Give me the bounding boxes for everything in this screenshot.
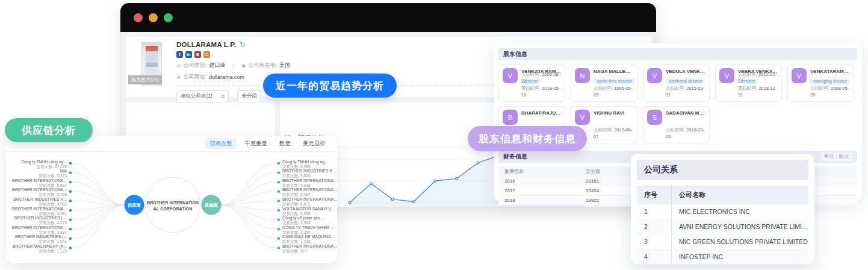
shareholder-finance-callout: 股东信息和财务信息 xyxy=(468,126,587,151)
shareholder-name: SADASIVAN MURALIKR... xyxy=(666,110,705,116)
buyer-name: Công ty cổ phần sản ... xyxy=(282,215,324,221)
svg-text:BROTHER INTERNATION: BROTHER INTERNATION xyxy=(147,200,199,206)
buyer-name: BROTHER INTERNATIONA... xyxy=(282,178,337,183)
shareholder-name: BHARATIRAJU VEGIRAJU xyxy=(521,110,561,116)
supply-chain-network-diagram: Công ty TNHH công ng...贸易次数: 37,678N/A贸易… xyxy=(6,136,337,263)
browser-title-bar xyxy=(120,3,656,32)
location-icon: ◉ xyxy=(241,63,246,69)
phone-icon[interactable]: ✆ xyxy=(203,51,210,58)
shareholder-card: V VENKATARAMANA MAG...managing director入… xyxy=(787,64,854,102)
shareholder-avatar: V xyxy=(719,68,734,83)
supplier-name: BROTHER INDUSTRIES R... xyxy=(13,197,67,201)
related-images-tag[interactable]: 相关图片(20) xyxy=(128,75,162,84)
product-image[interactable]: 相关图片(20) xyxy=(141,42,162,86)
shareholder-role-badge: managing director xyxy=(810,78,850,84)
screenshot-stage: 相关图片(20) DOLLARAMA L.P.↻ f in B ✆ ◎ 公司类型… xyxy=(0,0,868,270)
shareholder-avatar: V xyxy=(647,68,662,83)
calendar-icon: ⧉ xyxy=(221,93,225,100)
supplier-name: BROTHER INDUSTRIES (... xyxy=(15,234,67,239)
linkedin-icon[interactable]: in xyxy=(185,51,192,58)
similar-company-select[interactable]: 相似公司名(1) ⧉ xyxy=(176,90,229,102)
buyer-trade-count: 贸易次数: 577 xyxy=(282,249,307,254)
shareholder-card: V VEDULA VENKATA RAM...additional direct… xyxy=(643,64,710,102)
shareholder-card: S SADASIVAN MURALIKR...入职时间: 2016-10-06 xyxy=(643,106,710,143)
supplier-name: BROTHER INTERNATIONA... xyxy=(12,178,67,183)
supply-chain-callout: 供应链分析 xyxy=(5,118,93,142)
group-select[interactable]: 未分组 xyxy=(237,90,261,102)
shareholder-avatar: V xyxy=(792,68,807,83)
buyer-name: VOLTA MOTOR SANAYİ V... xyxy=(282,206,334,211)
maximize-window-icon[interactable] xyxy=(164,13,173,22)
relation-row[interactable]: 1MIC ELECTRONICS INC xyxy=(637,204,808,219)
shareholder-name: NAGA MALLESWARA R... xyxy=(594,68,633,74)
shareholder-dates: 入职时间: 2008-05-20 xyxy=(810,85,854,99)
svg-text:AL CORPORATION: AL CORPORATION xyxy=(153,206,193,212)
buyer-name: CÔNG TY TRáCH NHIệM ... xyxy=(282,225,334,230)
finance-col-header: 营业额 xyxy=(586,168,600,175)
refresh-icon[interactable]: ↻ xyxy=(240,41,245,48)
shareholder-dates: 入职时间: 2006-08-22离职时间: 2018-05-10 xyxy=(521,71,565,98)
shareholder-avatar: N xyxy=(575,68,590,83)
shareholder-dates: 入职时间: 2015-03-31 xyxy=(666,85,709,99)
supplier-trade-count: 贸易次数: 1,120 xyxy=(39,249,67,254)
trade-trend-callout: 近一年的贸易趋势分析 xyxy=(263,74,397,98)
blog-icon[interactable]: B xyxy=(194,51,201,58)
supplier-name: N/A xyxy=(60,169,67,173)
supply-tab-2[interactable]: 数量 xyxy=(275,138,295,149)
company-website-link[interactable]: dollarama.com xyxy=(209,74,244,80)
shareholder-dates: 入职时间: 2016-10-06 xyxy=(666,127,709,140)
svg-text:采购商: 采购商 xyxy=(204,202,218,208)
facebook-icon[interactable]: f xyxy=(176,51,183,58)
shareholder-name: VEDULA VENKATA RAM... xyxy=(666,68,705,74)
buyer-name: BROTHER INTERNATIONA... xyxy=(282,197,337,201)
relation-row[interactable]: 3MIC GREEN SOLUTIONS PRIVATE LIMITED xyxy=(637,234,808,250)
company-location-value: 美国 xyxy=(279,61,290,69)
buyer-name: BROTHER INTERNATIONA... xyxy=(282,187,337,192)
shareholder-name: VENKATARAMANA MAG... xyxy=(810,68,850,74)
shareholder-card: N NAGA MALLESWARA R...whole-time directo… xyxy=(571,64,637,102)
supplier-name: BROTHER INTERNATIONA... xyxy=(12,207,67,211)
shareholder-section-header: 股东信息 xyxy=(498,48,857,60)
relations-table-header: 序号 公司名称 xyxy=(637,186,808,204)
supplier-name: BROTHER MACHINERY (A... xyxy=(13,244,67,249)
shareholder-avatar: V xyxy=(503,68,518,83)
relation-row[interactable]: 2AVNI ENERGY SOLUTIONS PRIVATE LIMITED xyxy=(637,219,808,234)
company-type-value: 进口商 xyxy=(209,61,225,69)
buyer-name: CASA DIAZ DE MAQUINA... xyxy=(282,234,334,239)
shareholder-avatar: B xyxy=(503,110,518,125)
supply-chain-panel: Công ty TNHH công ng...贸易次数: 37,678N/A贸易… xyxy=(6,136,337,263)
supply-tab-1[interactable]: 千克重量 xyxy=(240,138,271,149)
shareholder-dates: 入职时间: 2012-02-27离职时间: 2018-12-31 xyxy=(738,71,781,98)
buyer-name: BROTHER INDUSTRIES R... xyxy=(282,169,336,173)
website-icon: ⊕ xyxy=(176,74,181,80)
supply-tab-0[interactable]: 贸易次数 xyxy=(205,138,237,149)
shareholder-card: V VENKATA RAM ATLURIdirector入职时间: 2006-0… xyxy=(498,64,565,102)
shareholder-avatar: V xyxy=(575,110,590,125)
buyer-name: BROTHER INTERNATIONA... xyxy=(282,244,337,248)
shareholder-card: V VEERA VENKATA SATYA...director入职时间: 20… xyxy=(715,64,782,102)
relations-table: 序号 公司名称 1MIC ELECTRONICS INC2AVNI ENERGY… xyxy=(637,186,808,265)
supplier-name: Công ty TNHH công ng... xyxy=(21,160,67,165)
shareholder-role-badge: additional director xyxy=(666,78,705,84)
relations-title: 公司关系 xyxy=(637,160,808,180)
shareholder-role-badge: whole-time director xyxy=(594,78,635,84)
finance-col-header: 重要指标 xyxy=(504,168,586,175)
shareholder-dates: 入职时间: 1996-05-25 xyxy=(594,85,637,99)
supply-tab-3[interactable]: 美元总价 xyxy=(299,138,330,149)
company-relations-panel: 公司关系 序号 公司名称 1MIC ELECTRONICS INC2AVNI E… xyxy=(631,154,814,265)
close-window-icon[interactable] xyxy=(134,13,143,22)
shareholder-cards-row-1: V VENKATA RAM ATLURIdirector入职时间: 2006-0… xyxy=(498,64,857,102)
shareholder-avatar: S xyxy=(647,110,662,125)
supplier-name: BROTHER INDUSTRIES L... xyxy=(14,216,67,220)
company-type-icon: ◎ xyxy=(176,63,181,69)
shareholder-dates: 入职时间: 2019-08-07 xyxy=(594,127,637,140)
currency-unit-badge: 单位：欧元 xyxy=(821,152,853,161)
shareholder-name: VISHNU RAVI xyxy=(594,110,624,116)
svg-text:供应商: 供应商 xyxy=(127,202,141,208)
supplier-name: BROTHER INTERNATIONA... xyxy=(12,187,67,192)
buyer-name: Công ty TNHH công ng... xyxy=(282,160,328,165)
supplier-name: BROTHER INTERNATIONA... xyxy=(12,225,67,230)
relation-row[interactable]: 4INFOSTEP INC xyxy=(637,250,808,265)
minimize-window-icon[interactable] xyxy=(149,13,158,22)
